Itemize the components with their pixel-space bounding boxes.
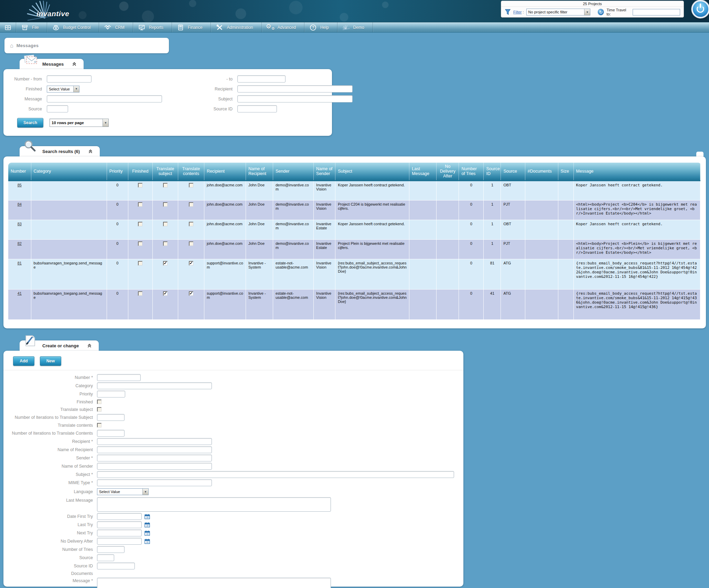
translate-contents-checkbox[interactable] xyxy=(189,202,193,207)
col-last-message[interactable]: Last Message xyxy=(409,163,437,181)
sender-input[interactable] xyxy=(97,455,212,461)
translate-contents-checkbox[interactable] xyxy=(97,423,101,427)
tab-search-results[interactable]: Search results (6) xyxy=(20,146,100,156)
col-subject[interactable]: Subject xyxy=(335,163,409,181)
home-icon[interactable]: ⌂ xyxy=(10,43,13,48)
number-to-input[interactable] xyxy=(237,75,286,83)
rows-per-page-select[interactable]: 10 rows per page ▼ xyxy=(50,119,109,127)
message-number-link[interactable]: 41 xyxy=(18,291,22,295)
menu-item-demo[interactable]: Demo xyxy=(337,22,373,32)
col-category[interactable]: Category xyxy=(31,163,107,181)
translate-subject-checkbox[interactable] xyxy=(163,291,168,296)
translate-contents-checkbox[interactable] xyxy=(189,291,193,296)
chevron-down-icon[interactable]: ▼ xyxy=(142,489,148,495)
calendar-icon[interactable]: 18 xyxy=(144,530,150,536)
source-input[interactable] xyxy=(97,554,114,561)
menu-item-advanced[interactable]: ⚙⚙ Advanced xyxy=(262,22,304,32)
finished-checkbox[interactable] xyxy=(97,400,101,404)
finished-checkbox[interactable] xyxy=(138,261,142,265)
col-size[interactable]: Size xyxy=(558,163,573,181)
new-button[interactable]: New xyxy=(40,356,61,366)
col-translate-contents[interactable]: Translate contents xyxy=(178,163,204,181)
col-finished[interactable]: Finished xyxy=(128,163,152,181)
source-id-input[interactable] xyxy=(97,563,135,569)
number-from-input[interactable] xyxy=(47,75,92,83)
col-number-of-tries[interactable]: Number of Tries xyxy=(459,163,484,181)
finished-checkbox[interactable] xyxy=(138,183,142,187)
priority-input[interactable] xyxy=(97,391,125,398)
calendar-icon[interactable]: 18 xyxy=(144,514,150,519)
number-of-tries-input[interactable] xyxy=(97,546,125,553)
finished-checkbox[interactable] xyxy=(138,202,142,207)
chevron-down-icon[interactable]: ▼ xyxy=(103,119,108,127)
menu-item-reports[interactable]: Reports xyxy=(133,22,172,32)
translate-contents-checkbox[interactable] xyxy=(189,222,193,226)
menu-item-crm[interactable]: CRM xyxy=(99,22,133,32)
finished-checkbox[interactable] xyxy=(138,291,142,296)
chevron-down-icon[interactable]: ▼ xyxy=(584,9,590,15)
name-of-sender-input[interactable] xyxy=(97,463,212,470)
menu-item-budget-control[interactable]: Budget Control xyxy=(47,22,99,32)
finished-select[interactable]: Select Value ▼ xyxy=(47,86,79,92)
source-search-input[interactable] xyxy=(47,105,68,112)
breadcrumb-label[interactable]: Messages xyxy=(17,43,39,48)
translate-contents-checkbox[interactable] xyxy=(189,241,193,246)
collapse-chevron-icon[interactable] xyxy=(88,149,93,154)
col-number[interactable]: Number xyxy=(8,163,31,181)
translate-subject-checkbox[interactable] xyxy=(163,183,168,187)
last-try-input[interactable] xyxy=(97,521,142,528)
project-filter-select[interactable]: No project specific filter ▼ xyxy=(526,9,591,15)
menu-item-administration[interactable]: Administration xyxy=(211,22,261,32)
translate-subject-checkbox[interactable] xyxy=(163,261,168,265)
calendar-icon[interactable]: 18 xyxy=(144,538,150,544)
menu-item-help[interactable]: ? Help xyxy=(304,22,337,32)
recipient-search-input[interactable] xyxy=(237,85,353,92)
message-input[interactable] xyxy=(97,578,331,588)
col-name-of-sender[interactable]: Name of Sender xyxy=(314,163,335,181)
tab-create-or-change[interactable]: Create or change xyxy=(20,340,99,351)
menu-home-drawer[interactable] xyxy=(0,22,16,32)
translate-subject-checkbox[interactable] xyxy=(163,241,168,246)
chevron-down-icon[interactable]: ▼ xyxy=(73,86,79,92)
category-input[interactable] xyxy=(97,382,212,389)
col-name-of-recipient[interactable]: Name of Recipient xyxy=(246,163,273,181)
source-id-search-input[interactable] xyxy=(237,105,277,112)
message-number-link[interactable]: 83 xyxy=(18,222,22,226)
time-travel-input[interactable] xyxy=(633,9,680,15)
logout-power-button[interactable] xyxy=(691,0,709,18)
iterations-contents-input[interactable] xyxy=(97,430,125,437)
message-number-link[interactable]: 85 xyxy=(18,183,22,187)
collapse-chevron-icon[interactable] xyxy=(87,343,92,348)
message-number-link[interactable]: 82 xyxy=(18,241,22,246)
col-message[interactable]: Message xyxy=(573,163,700,181)
add-button[interactable]: Add xyxy=(13,356,34,366)
iterations-subject-input[interactable] xyxy=(97,414,125,421)
col-priority[interactable]: Priority xyxy=(107,163,128,181)
finished-checkbox[interactable] xyxy=(138,222,142,226)
col-documents[interactable]: #Documents xyxy=(525,163,558,181)
calendar-icon[interactable]: 18 xyxy=(144,522,150,527)
subject-input[interactable] xyxy=(97,471,454,478)
message-search-input[interactable] xyxy=(47,95,162,102)
col-translate-subject[interactable]: Translate subject xyxy=(152,163,178,181)
col-no-delivery-after[interactable]: No Delivery After xyxy=(437,163,459,181)
next-try-input[interactable] xyxy=(97,530,142,536)
menu-item-finance[interactable]: Finance xyxy=(172,22,211,32)
last-message-input[interactable] xyxy=(97,497,331,512)
message-number-link[interactable]: 84 xyxy=(18,202,22,206)
number-input[interactable] xyxy=(97,374,141,381)
search-button[interactable]: Search xyxy=(17,118,43,128)
message-number-link[interactable]: 81 xyxy=(18,261,22,265)
translate-subject-checkbox[interactable] xyxy=(163,202,168,207)
language-select[interactable]: Select Value ▼ xyxy=(97,488,149,495)
translate-subject-checkbox[interactable] xyxy=(97,407,101,412)
translate-contents-checkbox[interactable] xyxy=(189,261,193,265)
recipient-input[interactable] xyxy=(97,438,212,445)
filter-link[interactable]: Filter xyxy=(513,10,522,14)
translate-subject-checkbox[interactable] xyxy=(163,222,168,226)
menu-item-file[interactable]: File xyxy=(16,22,47,32)
col-source-id[interactable]: Source ID xyxy=(484,163,501,181)
tab-messages[interactable]: Messages xyxy=(20,59,84,69)
mime-type-input[interactable] xyxy=(97,479,212,486)
name-of-recipient-input[interactable] xyxy=(97,446,212,453)
